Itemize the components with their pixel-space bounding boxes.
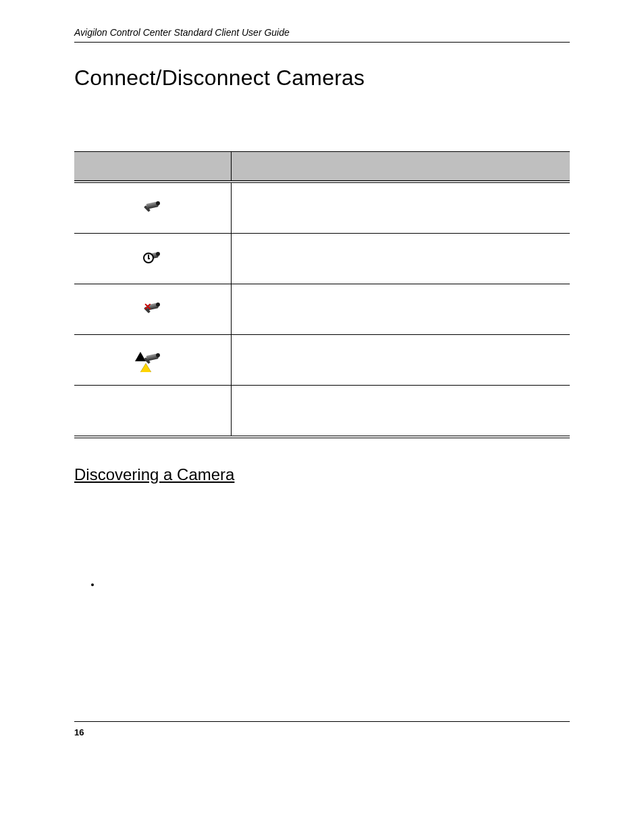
section-heading: Connect/Disconnect Cameras [74,66,570,90]
camera-icon [141,199,164,214]
cell-description [232,182,570,234]
table-row: ✕ [74,284,570,335]
cell-icon [74,182,232,234]
page-number: 16 [74,727,84,737]
list-item [101,579,570,590]
table-row [74,386,570,438]
cell-description [232,335,570,386]
camera-warning-icon: ! [141,351,164,366]
page-footer: 16 [74,721,570,738]
cell-description [232,234,570,284]
camera-status-icon-table: ✕ ! [74,151,570,438]
running-header: Avigilon Control Center Standard Client … [74,27,570,43]
table-row [74,234,570,284]
table-header-icon [74,152,232,182]
cell-description [232,386,570,438]
subsection-heading: Discovering a Camera [74,465,570,484]
cell-icon [74,234,232,284]
cell-icon: ✕ [74,284,232,335]
table-header-description [232,152,570,182]
cell-icon: ! [74,335,232,386]
camera-clock-icon [141,250,164,265]
cell-description [232,284,570,335]
discover-camera-list [101,579,570,590]
table-row: ! [74,335,570,386]
table-row [74,182,570,234]
camera-disconnected-icon: ✕ [141,301,164,315]
cell-icon [74,386,232,438]
